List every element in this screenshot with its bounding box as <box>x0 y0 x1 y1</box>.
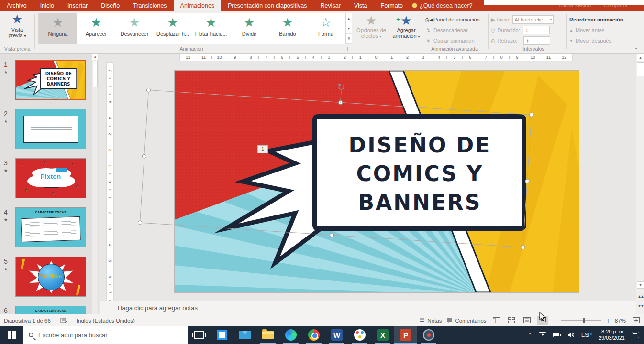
taskbar-store-icon[interactable] <box>211 326 233 344</box>
language-indicator[interactable]: Inglés (Estados Unidos) <box>77 318 135 323</box>
taskbar-paint-icon[interactable] <box>348 326 371 344</box>
tab-revisar[interactable]: Revisar <box>314 0 347 11</box>
taskbar-clock[interactable]: 8:20 p. m.29/03/2021 <box>599 329 625 341</box>
notes-toggle[interactable]: Notas <box>419 318 442 323</box>
volume-icon[interactable] <box>568 332 575 338</box>
thumbnail-image[interactable] <box>15 109 86 149</box>
delay-spinner[interactable]: ▲▼ <box>526 39 529 43</box>
animation-painter-button[interactable]: ✶ Copiar animación <box>425 36 487 45</box>
slide-thumbnail-2[interactable]: 2★ <box>4 109 99 149</box>
tab-presentaci-n-con-diapositivas[interactable]: Presentación con diapositivas <box>221 0 313 11</box>
notes-area[interactable]: Haga clic para agregar notas <box>100 301 636 314</box>
animation-fly[interactable]: ★Desplazar h... <box>154 13 192 44</box>
gallery-scroll-up-icon[interactable]: ▲ <box>346 13 352 23</box>
taskbar-mail-icon[interactable] <box>233 326 256 344</box>
taskbar-powerpoint-icon[interactable]: P <box>394 326 417 344</box>
gallery-scroll-down-icon[interactable]: ▼ <box>346 23 352 33</box>
gallery-scrollbar[interactable]: ▲ ▼ ⊽ <box>345 13 352 44</box>
tray-expand-icon[interactable]: ⌃ <box>528 333 532 338</box>
preview-button[interactable]: ★ Vista previa ▾ <box>4 13 31 44</box>
animation-none[interactable]: ★Ninguna <box>39 13 77 44</box>
taskbar-search-input[interactable]: Escribe aquí para buscar <box>23 326 188 344</box>
keyboard-language[interactable]: ESP <box>581 332 592 338</box>
duration-spinner[interactable]: ▲▼ <box>526 28 528 32</box>
start-button[interactable] <box>0 326 23 344</box>
previous-slide-icon[interactable]: ▲▲ <box>636 294 644 299</box>
slideshow-view-button[interactable] <box>537 316 548 325</box>
tab-insertar[interactable]: Insertar <box>61 0 94 11</box>
thumbnail-image[interactable]: Pixton <box>15 158 86 198</box>
slide-thumbnail-5[interactable]: 5★ToonDoo <box>4 257 99 297</box>
animation-wipe[interactable]: ★Barrido <box>268 13 307 44</box>
animation-order-badge[interactable]: 1 <box>257 145 268 153</box>
battery-icon[interactable] <box>553 333 561 337</box>
move-later-button[interactable]: ▼ Mover después <box>569 36 611 45</box>
animation-star-icon: ★ <box>230 16 268 29</box>
normal-view-button[interactable] <box>491 316 502 325</box>
thumbnail-image[interactable]: ToonDoo <box>15 257 86 297</box>
cast-display-icon[interactable] <box>539 332 546 338</box>
thumbnail-image[interactable]: CARACTERÍSTICAS <box>15 207 86 247</box>
animation-appear[interactable]: ★Aparecer <box>77 13 115 44</box>
slide-thumbnail-6[interactable]: 6★CARACTERÍSTICAS <box>4 306 99 314</box>
slide-thumbnail-3[interactable]: 3★Pixton <box>4 158 99 198</box>
proofing-icon[interactable] <box>60 318 67 323</box>
tab-animaciones[interactable]: Animaciones <box>174 0 222 11</box>
zoom-in-button[interactable]: + <box>606 317 610 324</box>
tab-archivo[interactable]: Archivo <box>0 0 33 11</box>
comments-toggle[interactable]: Comentarios <box>446 318 486 323</box>
tab-vista[interactable]: Vista <box>347 0 374 11</box>
next-slide-icon[interactable]: ▼▼ <box>636 304 644 308</box>
thumbnail-image[interactable]: CARACTERÍSTICAS <box>15 306 86 314</box>
dialog-launcher-icon[interactable] <box>347 47 351 51</box>
thumbnail-scrollbar[interactable]: ▲ <box>92 54 98 314</box>
zoom-out-button[interactable]: − <box>553 317 556 324</box>
taskbar-chrome-icon[interactable] <box>302 326 325 344</box>
scroll-down-icon[interactable]: ▼ <box>637 281 644 289</box>
gallery-expand-icon[interactable]: ⊽ <box>346 34 352 44</box>
slide-editing-area[interactable]: DISEÑO DE COMICS Y BANNERS <box>175 71 579 292</box>
slide-thumbnail-4[interactable]: 4★CARACTERÍSTICAS <box>4 207 99 247</box>
animation-fade[interactable]: ★Desvanecer <box>115 13 154 44</box>
animation-shape[interactable]: ☆Forma <box>307 13 345 44</box>
taskbar-word-icon[interactable]: W <box>325 326 348 344</box>
tab-inicio[interactable]: Inicio <box>33 0 61 11</box>
tab-transiciones[interactable]: Transiciones <box>126 0 173 11</box>
fit-to-window-button[interactable] <box>631 316 641 325</box>
reading-view-button[interactable] <box>522 316 533 325</box>
action-center-icon[interactable] <box>632 332 639 338</box>
taskbar-explorer-icon[interactable] <box>256 326 279 344</box>
taskbar-task-view-icon[interactable] <box>188 326 211 344</box>
animation-split[interactable]: ★Dividir <box>230 13 268 44</box>
animation-pane-button[interactable]: ◷◀ Panel de animación <box>425 15 487 24</box>
taskbar-edge-icon[interactable] <box>279 326 302 344</box>
tell-me-search[interactable]: ¿Qué desea hacer? <box>412 0 473 11</box>
add-animation-button[interactable]: ★+ Agregar animación ▾ <box>391 13 421 44</box>
duration-input[interactable]: ▲▼ <box>523 26 550 34</box>
slide-sorter-view-button[interactable] <box>507 316 517 325</box>
tab-formato[interactable]: Formato <box>374 0 410 11</box>
slide-thumbnail-1[interactable]: 1★DISEÑO DECOMICS YBANNERS <box>4 60 99 100</box>
tab-dise-o[interactable]: Diseño <box>94 0 126 11</box>
thumb-scroll-thumb[interactable] <box>93 61 98 87</box>
collapse-ribbon-icon[interactable]: ⌃ <box>634 47 638 52</box>
scroll-up-icon[interactable]: ▲ <box>637 54 644 61</box>
thumbnail-number: 6 <box>4 307 15 314</box>
trigger-button[interactable]: ↯ Desencadenar <box>425 25 487 35</box>
zoom-slider[interactable] <box>561 320 601 321</box>
thumb-scroll-up-icon[interactable]: ▲ <box>92 54 98 60</box>
zoom-slider-thumb[interactable] <box>583 318 585 323</box>
move-earlier-button[interactable]: ▲ Mover antes <box>569 25 604 35</box>
taskbar-excel-icon[interactable]: X <box>371 326 394 344</box>
zoom-level[interactable]: 87% <box>615 318 626 323</box>
effect-options-button[interactable]: ★ Opciones de efectos ▾ <box>356 13 387 44</box>
delay-input[interactable]: ▲▼ <box>523 36 550 45</box>
ruler-mark: 7 <box>478 55 494 60</box>
thumbnail-image[interactable]: DISEÑO DECOMICS YBANNERS <box>15 60 86 100</box>
start-dropdown[interactable]: Al hacer clic▾ <box>512 15 554 24</box>
taskbar-recorder-icon[interactable] <box>417 326 440 344</box>
scroll-thumb[interactable] <box>637 62 644 76</box>
slide-title-text[interactable]: DISEÑO DE COMICS Y BANNERS <box>318 122 522 225</box>
vertical-scrollbar[interactable]: ▲ ▼ ▲▲ ▼▼ <box>636 54 644 314</box>
animation-float[interactable]: ★Flotar hacia... <box>192 13 230 44</box>
